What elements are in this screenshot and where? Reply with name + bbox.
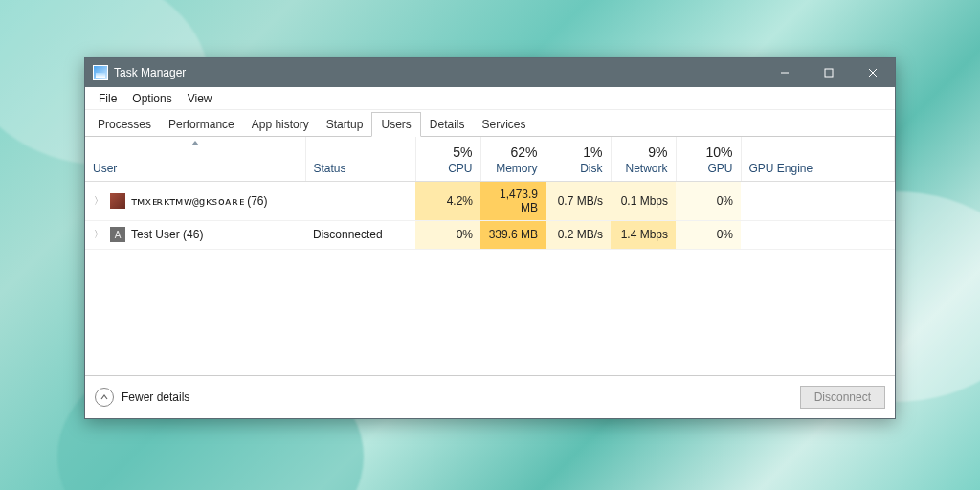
cell-gpu: 0% xyxy=(676,220,741,249)
col-network-pct: 9% xyxy=(619,145,668,160)
menu-view[interactable]: View xyxy=(180,90,220,107)
cell-cpu: 4.2% xyxy=(415,181,480,220)
chevron-right-icon[interactable]: 〉 xyxy=(93,194,104,208)
col-gpu-engine-label: GPU Engine xyxy=(749,162,813,175)
col-gpu-engine[interactable]: GPU Engine xyxy=(741,137,895,181)
col-network[interactable]: 9% Network xyxy=(611,137,676,181)
tab-apphistory[interactable]: App history xyxy=(243,113,318,136)
cell-network: 1.4 Mbps xyxy=(611,220,676,249)
svg-rect-1 xyxy=(825,69,833,77)
minimize-button[interactable] xyxy=(763,58,807,87)
tab-users[interactable]: Users xyxy=(371,112,420,137)
menu-options[interactable]: Options xyxy=(124,90,179,107)
col-disk-pct: 1% xyxy=(554,145,603,160)
tab-startup[interactable]: Startup xyxy=(318,113,372,136)
col-cpu-label: CPU xyxy=(448,162,472,175)
cell-disk: 0.2 MB/s xyxy=(546,220,611,249)
fewer-details-toggle[interactable]: Fewer details xyxy=(95,388,189,407)
content-area: User Status 5% CPU 62% Memory 1% Disk xyxy=(85,137,895,376)
cell-network: 0.1 Mbps xyxy=(611,181,676,220)
close-button[interactable] xyxy=(851,58,895,87)
cell-gpu-engine xyxy=(741,181,895,220)
col-gpu[interactable]: 10% GPU xyxy=(676,137,741,181)
col-gpu-pct: 10% xyxy=(684,145,733,160)
menu-file[interactable]: File xyxy=(91,90,124,107)
col-memory-label: Memory xyxy=(496,162,537,175)
col-status[interactable]: Status xyxy=(305,137,415,181)
avatar: A xyxy=(110,227,125,242)
users-table: User Status 5% CPU 62% Memory 1% Disk xyxy=(85,137,895,250)
table-row[interactable]: 〉 ᴛᴍxᴇʀᴋᴛᴍᴡ@gᴋsᴏᴀʀᴇ (76) 4.2% 1,473.9 MB… xyxy=(85,181,895,220)
col-cpu[interactable]: 5% CPU xyxy=(415,137,480,181)
tabs: Processes Performance App history Startu… xyxy=(85,110,895,137)
table-header-row: User Status 5% CPU 62% Memory 1% Disk xyxy=(85,137,895,181)
disconnect-button[interactable]: Disconnect xyxy=(800,386,885,409)
user-name: ᴛᴍxᴇʀᴋᴛᴍᴡ@gᴋsᴏᴀʀᴇ (76) xyxy=(131,194,268,208)
col-memory-pct: 62% xyxy=(489,145,538,160)
col-user[interactable]: User xyxy=(85,137,305,181)
chevron-up-icon xyxy=(95,388,114,407)
table-row[interactable]: 〉 A Test User (46) Disconnected 0% 339.6… xyxy=(85,220,895,249)
col-cpu-pct: 5% xyxy=(424,145,473,160)
maximize-button[interactable] xyxy=(807,58,851,87)
col-disk[interactable]: 1% Disk xyxy=(546,137,611,181)
col-network-label: Network xyxy=(625,162,667,175)
cell-disk: 0.7 MB/s xyxy=(546,181,611,220)
avatar xyxy=(110,193,125,209)
cell-gpu-engine xyxy=(741,220,895,249)
cell-memory: 339.6 MB xyxy=(480,220,546,249)
cell-gpu: 0% xyxy=(676,181,741,220)
chevron-right-icon[interactable]: 〉 xyxy=(93,228,104,241)
user-status xyxy=(305,181,415,220)
col-user-label: User xyxy=(93,162,117,175)
footer: Fewer details Disconnect xyxy=(85,376,895,418)
sort-indicator-icon xyxy=(191,141,199,145)
cell-memory: 1,473.9 MB xyxy=(480,181,546,220)
titlebar[interactable]: Task Manager xyxy=(85,58,895,87)
col-disk-label: Disk xyxy=(580,162,602,175)
menubar: File Options View xyxy=(85,87,895,110)
task-manager-window: Task Manager File Options View Processes… xyxy=(84,57,896,419)
col-status-label: Status xyxy=(314,162,346,175)
col-memory[interactable]: 62% Memory xyxy=(480,137,546,181)
tab-processes[interactable]: Processes xyxy=(89,113,160,136)
app-icon xyxy=(93,65,108,80)
cell-cpu: 0% xyxy=(415,220,480,249)
user-name: Test User (46) xyxy=(131,228,203,241)
tab-performance[interactable]: Performance xyxy=(160,113,243,136)
window-title: Task Manager xyxy=(114,66,186,79)
tab-services[interactable]: Services xyxy=(474,113,535,136)
fewer-details-label: Fewer details xyxy=(122,390,189,404)
tab-details[interactable]: Details xyxy=(421,113,474,136)
col-gpu-label: GPU xyxy=(707,162,732,175)
user-status: Disconnected xyxy=(305,220,415,249)
